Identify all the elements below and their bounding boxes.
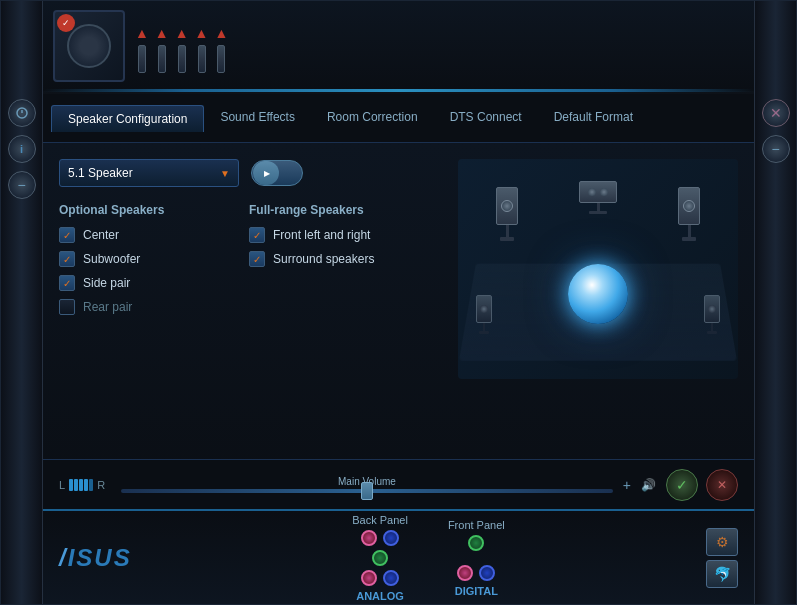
tab-room-correction[interactable]: Room Correction <box>311 104 434 132</box>
checkbox-subwoofer-label: Subwoofer <box>83 252 140 266</box>
checkbox-surround-input[interactable] <box>249 251 265 267</box>
jack-plug-4 <box>198 45 206 73</box>
jack-plug-5 <box>217 45 225 73</box>
dropdown-arrow-icon: ▼ <box>220 168 230 179</box>
jack-item-4[interactable]: ▲ <box>195 25 209 73</box>
back-conn-blue[interactable] <box>383 530 399 546</box>
apply-button[interactable]: ✓ <box>666 469 698 501</box>
play-button[interactable]: ▶ <box>251 160 303 186</box>
jack-item-2[interactable]: ▲ <box>155 25 169 73</box>
tab-dts-connect[interactable]: DTS Connect <box>434 104 538 132</box>
volume-slider-thumb[interactable] <box>361 482 373 500</box>
dropdown-value: 5.1 Speaker <box>68 166 133 180</box>
tab-default-format[interactable]: Default Format <box>538 104 649 132</box>
jack-plug-2 <box>158 45 166 73</box>
back-panel-label: Back Panel <box>352 514 408 526</box>
checkbox-side-pair-input[interactable] <box>59 275 75 291</box>
right-rail-btn-1[interactable]: ✕ <box>762 99 790 127</box>
checkbox-center-label: Center <box>83 228 119 242</box>
info-icon-btn[interactable]: 🐬 <box>706 560 738 588</box>
speaker-front-left <box>496 187 518 241</box>
jack-item-1[interactable]: ▲ <box>135 25 149 73</box>
speaker-type-dropdown[interactable]: 5.1 Speaker ▼ <box>59 159 239 187</box>
back-panel-group: Back Panel ANALOG <box>352 514 408 602</box>
jack-arrow-1: ▲ <box>135 25 149 41</box>
main-speaker-icon: ✓ <box>53 10 125 82</box>
jack-item-3[interactable]: ▲ <box>175 25 189 73</box>
listener-position-ball <box>568 264 628 324</box>
back-conn-pink2[interactable] <box>361 570 377 586</box>
speaker-rear-left <box>476 295 492 334</box>
top-separator <box>43 89 754 92</box>
tab-sound-effects[interactable]: Sound Effects <box>204 104 311 132</box>
vol-bar-5 <box>89 479 93 491</box>
footer: /ISUS Back Panel ANALOG <box>43 509 754 604</box>
jack-item-5[interactable]: ▲ <box>214 25 228 73</box>
volume-slider[interactable] <box>121 489 613 493</box>
checkbox-side-pair: Side pair <box>59 275 249 291</box>
cancel-x-icon: ✕ <box>717 478 727 492</box>
back-panel-connectors-mid <box>372 550 388 566</box>
checkbox-center-input[interactable] <box>59 227 75 243</box>
content-area: 5.1 Speaker ▼ ▶ Optional Speakers Center <box>43 142 754 509</box>
vol-right-label: R <box>97 479 105 491</box>
checkbox-front-lr-label: Front left and right <box>273 228 370 242</box>
optional-speakers-title: Optional Speakers <box>59 203 249 217</box>
volume-level-indicator <box>69 479 93 491</box>
front-conn-blue[interactable] <box>479 565 495 581</box>
app-window: i − ✕ − ✓ ▲ ▲ <box>0 0 797 605</box>
front-conn-pink[interactable] <box>457 565 473 581</box>
back-panel-connectors-top <box>361 530 399 546</box>
settings-icon-btn[interactable]: ⚙ <box>706 528 738 556</box>
left-rail-btn-2[interactable]: i <box>8 135 36 163</box>
checkbox-side-pair-label: Side pair <box>83 276 130 290</box>
speaker-rear-right <box>704 295 720 334</box>
checkbox-surround-label: Surround speakers <box>273 252 374 266</box>
speaker-center <box>579 181 617 214</box>
jack-plug-1 <box>138 45 146 73</box>
panels-area: Back Panel ANALOG Front Panel <box>159 514 698 602</box>
footer-logo-wrap: /ISUS <box>59 544 159 572</box>
top-area: ✓ ▲ ▲ ▲ ▲ ▲ <box>43 1 754 91</box>
optional-speakers-col: Optional Speakers Center Subwoofer Side … <box>59 203 249 323</box>
jack-icons-row: ▲ ▲ ▲ ▲ ▲ <box>135 20 228 73</box>
cancel-button[interactable]: ✕ <box>706 469 738 501</box>
apply-check-icon: ✓ <box>676 477 688 493</box>
checkbox-surround: Surround speakers <box>249 251 449 267</box>
digital-label: DIGITAL <box>455 585 498 597</box>
checkbox-subwoofer: Subwoofer <box>59 251 249 267</box>
vol-plus-sign: + <box>623 477 631 493</box>
right-rail-btn-2[interactable]: − <box>762 135 790 163</box>
speaker-front-right <box>678 187 700 241</box>
vol-bar-2 <box>74 479 78 491</box>
left-rail-btn-3[interactable]: − <box>8 171 36 199</box>
checkbox-subwoofer-input[interactable] <box>59 251 75 267</box>
play-icon: ▶ <box>264 169 270 178</box>
right-rail: ✕ − <box>754 1 796 604</box>
back-conn-green[interactable] <box>372 550 388 566</box>
vol-bar-3 <box>79 479 83 491</box>
jack-arrow-4: ▲ <box>195 25 209 41</box>
vol-left-label: L <box>59 479 65 491</box>
jack-arrow-3: ▲ <box>175 25 189 41</box>
volume-lr-labels: L R <box>59 479 105 491</box>
jack-arrow-2: ▲ <box>155 25 169 41</box>
analog-label: ANALOG <box>356 590 404 602</box>
checkbox-front-lr-input[interactable] <box>249 227 265 243</box>
tab-bar: Speaker Configuration Sound Effects Room… <box>43 94 754 142</box>
left-rail-btn-1[interactable] <box>8 99 36 127</box>
checkbox-center: Center <box>59 227 249 243</box>
back-conn-blue2[interactable] <box>383 570 399 586</box>
front-conn-green[interactable] <box>468 535 484 551</box>
speaker-diagram <box>458 159 738 379</box>
checkbox-rear-pair-label: Rear pair <box>83 300 132 314</box>
volume-actions: ✓ ✕ <box>666 469 738 501</box>
tab-speaker-config[interactable]: Speaker Configuration <box>51 105 204 132</box>
bottom-right-icons: ⚙ 🐬 <box>706 528 738 588</box>
jack-arrow-5: ▲ <box>214 25 228 41</box>
back-conn-pink[interactable] <box>361 530 377 546</box>
fullrange-speakers-col: Full-range Speakers Front left and right… <box>249 203 449 323</box>
front-panel-group: Front Panel DIGITAL <box>448 519 505 597</box>
play-knob: ▶ <box>253 161 279 185</box>
checkbox-rear-pair-input[interactable] <box>59 299 75 315</box>
